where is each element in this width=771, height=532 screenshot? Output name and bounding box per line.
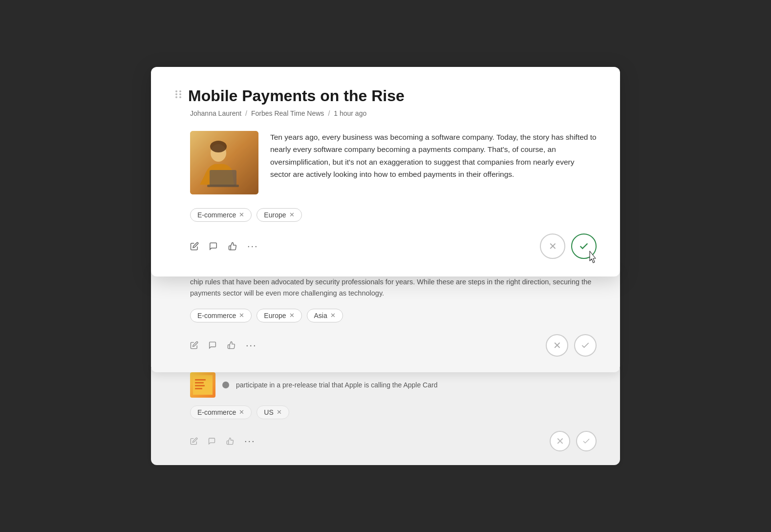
tag-label: Asia (314, 312, 327, 319)
tag-remove-us-3[interactable]: ✕ (277, 409, 282, 415)
confirm-buttons-2: ✕ (546, 334, 597, 357)
tag-remove-asia-2[interactable]: ✕ (330, 312, 336, 319)
article-card-2: chip rules that have been advocated by s… (151, 267, 620, 372)
tag-remove-europe[interactable]: ✕ (289, 212, 295, 218)
svg-point-3 (179, 93, 181, 95)
tag-remove-europe-2[interactable]: ✕ (289, 312, 295, 319)
tertiary-news-row: participate in a pre-release trial that … (190, 372, 597, 398)
cursor-icon (587, 250, 600, 266)
reject-icon: ✕ (549, 240, 557, 252)
article-card-1: Mobile Payments on the Rise Johanna Laur… (151, 67, 620, 276)
tags-row-3: E-commerce ✕ US ✕ (190, 405, 597, 419)
like-button[interactable] (228, 242, 237, 251)
tag-label: Europe (264, 312, 286, 319)
like-button-2[interactable] (227, 341, 236, 349)
tags-row-1: E-commerce ✕ Europe ✕ (190, 208, 597, 222)
tag-europe: Europe ✕ (257, 208, 301, 222)
actions-row-2: ··· ✕ (190, 334, 597, 357)
svg-rect-16 (195, 388, 202, 389)
confirm-buttons-1: ✕ (540, 234, 597, 259)
article-title: Mobile Payments on the Rise (188, 86, 597, 105)
tag-ecommerce-3: E-commerce ✕ (190, 405, 252, 419)
article-text: Ten years ago, every business was becomi… (270, 131, 597, 194)
article-author: Johanna Laurent (190, 109, 241, 117)
tag-remove-ecommerce-3[interactable]: ✕ (239, 409, 244, 415)
svg-point-5 (179, 96, 181, 98)
tag-label: E-commerce (197, 211, 236, 219)
svg-point-0 (175, 90, 177, 92)
comment-button-2[interactable] (208, 341, 217, 349)
tag-label: E-commerce (197, 312, 236, 319)
tag-label: Europe (264, 211, 286, 219)
action-icons-3: ··· (190, 435, 550, 447)
card-tertiary-content: participate in a pre-release trial that … (174, 363, 597, 451)
like-button-3[interactable] (226, 437, 235, 445)
confirm-buttons-3: ✕ (550, 431, 597, 451)
article-image (190, 131, 258, 194)
edit-button-2[interactable] (190, 341, 198, 349)
more-dots-icon: ··· (247, 240, 258, 252)
card-header: Mobile Payments on the Rise (174, 86, 597, 105)
tag-asia-2: Asia ✕ (307, 309, 343, 322)
more-button[interactable]: ··· (247, 240, 258, 252)
svg-rect-13 (195, 379, 206, 381)
reject-button-2[interactable]: ✕ (546, 334, 568, 357)
edit-button-3[interactable] (190, 437, 198, 445)
tag-remove-ecommerce-2[interactable]: ✕ (239, 312, 244, 319)
page-wrapper: Mobile Payments on the Rise Johanna Laur… (0, 0, 771, 532)
reject-button-1[interactable]: ✕ (540, 234, 565, 259)
more-button-2[interactable]: ··· (246, 340, 257, 351)
svg-rect-14 (195, 382, 204, 383)
tags-row-2: E-commerce ✕ Europe ✕ Asia ✕ (190, 309, 597, 322)
tag-europe-2: Europe ✕ (257, 309, 301, 322)
reject-button-3[interactable]: ✕ (550, 431, 570, 451)
more-button-3[interactable]: ··· (244, 435, 256, 447)
approve-button-2[interactable] (574, 334, 597, 357)
action-icons-2: ··· (190, 340, 546, 351)
news-status-dot (222, 382, 229, 388)
actions-row-1: ··· ✕ (190, 234, 597, 259)
tag-remove-ecommerce[interactable]: ✕ (239, 212, 244, 218)
reject-icon-3: ✕ (556, 435, 564, 447)
article-card-3: participate in a pre-release trial that … (151, 363, 620, 465)
tag-us-3: US ✕ (257, 405, 289, 419)
article-meta: Johanna Laurent / Forbes Real Time News … (190, 109, 597, 117)
cards-container: Mobile Payments on the Rise Johanna Laur… (151, 67, 620, 465)
more-dots-icon-3: ··· (244, 435, 256, 447)
meta-sep-2: / (328, 109, 330, 117)
article-source: Forbes Real Time News (251, 109, 324, 117)
comment-button-3[interactable] (208, 437, 216, 445)
svg-rect-11 (190, 131, 258, 194)
action-icons-1: ··· (190, 240, 540, 252)
article-time: 1 hour ago (334, 109, 366, 117)
card-secondary-content: chip rules that have been advocated by s… (174, 267, 597, 357)
tag-ecommerce: E-commerce ✕ (190, 208, 252, 222)
edit-button[interactable] (190, 242, 199, 251)
tag-label: E-commerce (197, 408, 236, 416)
meta-sep-1: / (245, 109, 247, 117)
tag-label: US (264, 408, 273, 416)
svg-rect-15 (195, 385, 205, 386)
svg-point-4 (175, 96, 177, 98)
article-body: Ten years ago, every business was becomi… (190, 131, 597, 194)
approve-button-3[interactable] (576, 431, 597, 451)
actions-row-3: ··· ✕ (190, 431, 597, 451)
tag-ecommerce-2: E-commerce ✕ (190, 309, 252, 322)
reject-icon-2: ✕ (553, 340, 561, 351)
svg-point-1 (179, 90, 181, 92)
card2-text-truncated: chip rules that have been advocated by s… (190, 277, 597, 299)
approve-wrapper (571, 234, 597, 259)
svg-point-2 (175, 93, 177, 95)
news-thumbnail-icon (190, 372, 215, 398)
news-text-snippet: participate in a pre-release trial that … (236, 381, 597, 389)
comment-button[interactable] (209, 242, 218, 251)
drag-handle-icon[interactable] (174, 89, 182, 99)
more-dots-icon-2: ··· (246, 340, 257, 351)
